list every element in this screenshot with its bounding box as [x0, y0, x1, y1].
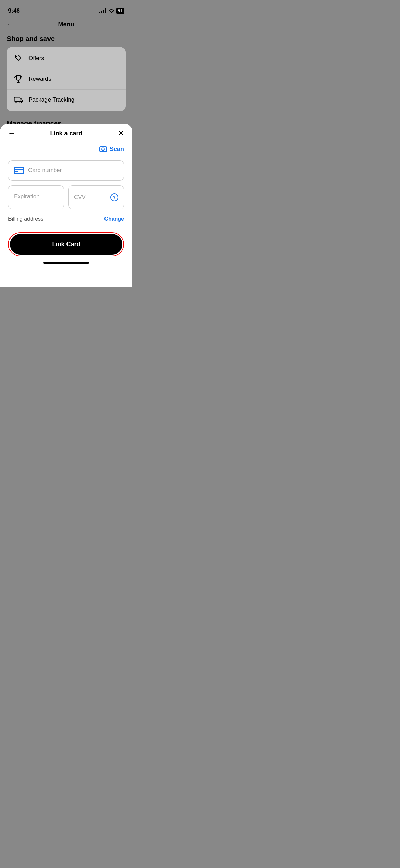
- svg-point-3: [20, 101, 21, 103]
- wifi-icon: [108, 8, 114, 14]
- rewards-item[interactable]: Rewards: [7, 69, 126, 89]
- billing-address-row: Billing address Change: [8, 216, 124, 222]
- expiration-field[interactable]: Expiration: [8, 185, 64, 209]
- battery-icon: 91: [116, 8, 124, 14]
- offers-label: Offers: [28, 55, 44, 62]
- svg-rect-10: [15, 171, 18, 172]
- truck-icon: [14, 95, 23, 105]
- sheet-close-button[interactable]: ✕: [111, 129, 124, 138]
- offers-item[interactable]: Offers: [7, 48, 126, 69]
- package-tracking-item[interactable]: Package Tracking: [7, 89, 126, 110]
- expiration-placeholder: Expiration: [14, 193, 40, 200]
- cvv-help-icon[interactable]: ?: [110, 193, 118, 201]
- svg-point-6: [102, 149, 103, 150]
- status-bar: 9:46 91: [0, 0, 132, 17]
- menu-title: Menu: [58, 21, 74, 28]
- status-time: 9:46: [8, 7, 20, 14]
- menu-header: ← Menu: [7, 17, 126, 35]
- expiry-cvv-row: Expiration CVV ?: [8, 185, 124, 209]
- link-card-button-wrapper: Link Card: [8, 232, 124, 256]
- link-card-button[interactable]: Link Card: [10, 234, 122, 255]
- svg-point-0: [16, 56, 17, 57]
- scan-button[interactable]: Scan: [8, 145, 124, 153]
- home-indicator: [43, 262, 89, 264]
- package-tracking-label: Package Tracking: [28, 96, 74, 103]
- sheet-back-button[interactable]: ←: [8, 129, 22, 138]
- billing-address-label: Billing address: [8, 216, 43, 222]
- svg-point-2: [15, 101, 17, 103]
- card-number-placeholder: Card number: [28, 167, 62, 174]
- cvv-placeholder: CVV: [74, 194, 86, 201]
- tag-icon: [14, 54, 23, 63]
- scan-label: Scan: [110, 146, 124, 153]
- rewards-label: Rewards: [28, 76, 51, 83]
- svg-rect-8: [14, 167, 24, 174]
- sheet-header: ← Link a card ✕: [8, 129, 124, 138]
- status-icons: 91: [99, 8, 124, 14]
- svg-rect-1: [14, 97, 20, 101]
- card-number-field[interactable]: Card number: [8, 160, 124, 181]
- change-button[interactable]: Change: [104, 216, 124, 222]
- credit-card-icon: [14, 167, 24, 174]
- menu-back-button[interactable]: ←: [7, 20, 14, 29]
- signal-icon: [99, 8, 106, 13]
- shop-menu-card: Offers Rewards P: [7, 47, 126, 111]
- trophy-icon: [14, 74, 23, 84]
- cvv-field[interactable]: CVV ?: [68, 185, 124, 209]
- svg-rect-7: [102, 146, 104, 147]
- camera-scan-icon: [99, 145, 108, 153]
- sheet-title: Link a card: [50, 130, 82, 137]
- link-card-sheet: ← Link a card ✕ Scan Card number Expirat…: [0, 124, 132, 287]
- shop-section-title: Shop and save: [7, 35, 126, 43]
